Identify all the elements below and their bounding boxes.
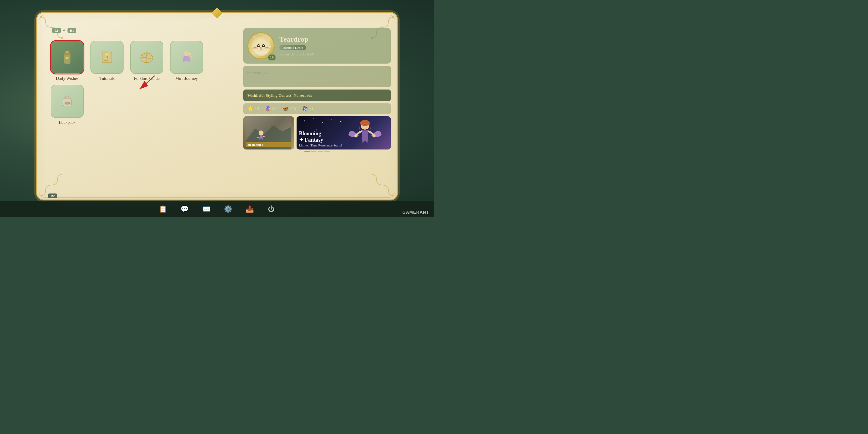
book-icon: 📚 — [302, 106, 308, 112]
blooming-title: Blooming✦ Fantasy — [299, 130, 389, 144]
blooming-banner-overlay: Blooming✦ Fantasy Limited-Time Resonance… — [297, 116, 391, 150]
stats-row: ⭐ 18 🔮 23 🦋 125 📚 51 — [243, 103, 391, 114]
daily-wishes-label: Daily Wishes — [56, 76, 79, 81]
tab-r1-badge[interactable]: R1 — [67, 28, 76, 33]
player-id-value: 600451608 — [297, 52, 314, 56]
menu-item-mira-journey[interactable]: Mira Journey — [168, 41, 205, 81]
taskbar-icon-clipboard[interactable]: 📋 — [158, 204, 167, 214]
stat-value-2: 125 — [290, 106, 296, 111]
avatar-level: 10 — [268, 54, 276, 61]
tutorials-icon: 💡 — [98, 49, 116, 66]
taskbar-icon-settings[interactable]: ⚙️ — [223, 204, 233, 214]
tutorials-label: Tutorials — [99, 76, 115, 81]
blooming-banner[interactable]: Blooming✦ Fantasy Limited-Time Resonance… — [297, 116, 391, 150]
mira-journey-icon — [178, 49, 195, 66]
stat-item-2: 🦋 125 — [282, 106, 296, 112]
realm-banner-overlay: on Realm ! — [243, 116, 294, 150]
taskbar: 📋 💬 ✉️ ⚙️ 📤 ⏻ — [0, 201, 434, 217]
taskbar-icon-mail[interactable]: ✉️ — [201, 204, 211, 214]
orb-icon: 🔮 — [265, 106, 271, 112]
folklore-guide-label: Folklore Guide — [134, 76, 159, 81]
tab-navigation: L1 R1 — [43, 28, 218, 33]
stat-item-3: 📚 51 — [302, 106, 313, 112]
svg-text:💡: 💡 — [105, 53, 110, 58]
profile-badge: Splendid Debut — [279, 45, 306, 50]
svg-point-30 — [258, 45, 259, 46]
tab-dot — [63, 30, 65, 31]
profile-name: Teardrop — [279, 35, 387, 43]
butterfly-icon: 🦋 — [282, 106, 288, 112]
tutorials-icon-box: 💡 — [90, 41, 124, 74]
backpack-label: Backpack — [59, 120, 75, 125]
contest-banner: Wishfield: Styling Contest: No records — [243, 90, 391, 101]
star-icon: ⭐ — [247, 106, 253, 112]
svg-text:✦: ✦ — [146, 50, 148, 53]
svg-point-32 — [260, 47, 262, 49]
menu-grid: Daily Wishes 💡 Tutorials — [43, 38, 218, 128]
taskbar-icon-power[interactable]: ⏻ — [267, 204, 276, 214]
stat-item-1: 🔮 23 — [265, 106, 276, 112]
profile-id: Player ID: 600451608 — [279, 52, 387, 57]
tab-l1-badge[interactable]: L1 — [52, 28, 61, 33]
taskbar-icon-chat[interactable]: 💬 — [180, 204, 189, 214]
mira-journey-label: Mira Journey — [175, 76, 198, 81]
menu-item-backpack[interactable]: Backpack — [49, 85, 85, 125]
folklore-guide-icon: ✦ — [138, 49, 155, 66]
svg-point-3 — [392, 16, 394, 18]
scroll-dot-1[interactable] — [311, 151, 316, 152]
backpack-icon — [59, 93, 76, 110]
scroll-dot-0[interactable] — [304, 151, 310, 152]
stat-value-0: 18 — [255, 106, 259, 111]
svg-rect-6 — [65, 51, 69, 53]
avatar-container: 10 — [247, 32, 275, 59]
blooming-subtitle: Limited-Time Resonance Starts! — [299, 144, 389, 147]
player-id-label: Player ID: — [279, 52, 296, 56]
profile-section: 10 Teardrop Splendid Debut Player ID: 60… — [243, 28, 391, 64]
gamerant-watermark: GAMERANT — [402, 210, 429, 215]
scroll-dot-2[interactable] — [318, 151, 323, 152]
left-panel: L1 R1 Daily Wishes — [43, 28, 218, 181]
daily-wishes-icon-box — [51, 41, 84, 74]
stat-value-1: 23 — [272, 106, 276, 111]
stat-item-0: ⭐ 18 — [247, 106, 259, 112]
realm-banner[interactable]: on Realm ! — [243, 116, 294, 150]
scroll-dot-3[interactable] — [324, 151, 330, 152]
stat-value-3: 51 — [309, 106, 313, 111]
contest-text: Wishfield: Styling Contest: No records — [247, 93, 312, 98]
main-panel: L1 R1 Daily Wishes — [36, 12, 398, 200]
svg-point-0 — [40, 16, 42, 18]
right-panel: 10 Teardrop Splendid Debut Player ID: 60… — [243, 28, 391, 181]
svg-point-31 — [263, 45, 264, 46]
menu-item-tutorials[interactable]: 💡 Tutorials — [89, 41, 125, 81]
realm-label: on Realm ! — [246, 142, 292, 147]
folklore-guide-icon-box: ✦ — [130, 41, 163, 74]
svg-point-15 — [184, 51, 189, 56]
menu-item-daily-wishes[interactable]: Daily Wishes — [49, 41, 85, 81]
r2-badge[interactable]: R2 — [48, 193, 57, 198]
backpack-icon-box — [51, 85, 84, 118]
bottle-icon — [59, 49, 76, 66]
scroll-dots — [243, 151, 391, 152]
motto-text: No motto yet — [247, 70, 269, 75]
motto-box: No motto yet — [243, 66, 391, 87]
banners-row: on Realm ! — [243, 116, 391, 150]
taskbar-icon-upload[interactable]: 📤 — [245, 204, 254, 214]
menu-item-folklore-guide[interactable]: ✦ Folklore Guide — [129, 41, 165, 81]
profile-info: Teardrop Splendid Debut Player ID: 60045… — [279, 35, 387, 57]
mira-journey-icon-box — [170, 41, 203, 74]
